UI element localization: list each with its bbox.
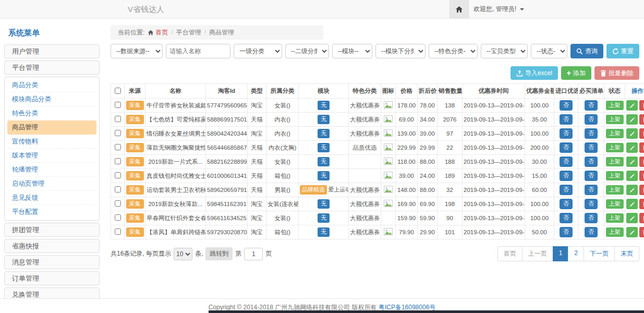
row-checkbox[interactable] <box>115 172 121 178</box>
delete-button[interactable] <box>639 185 644 195</box>
import-select-badge[interactable]: 否 <box>560 227 573 237</box>
row-checkbox[interactable] <box>115 144 121 150</box>
status-badge[interactable]: 上架 <box>606 101 624 110</box>
page-button[interactable]: 2 <box>568 246 584 261</box>
sidebar-subitem[interactable]: 平台配置 <box>7 205 96 219</box>
filter-select[interactable]: --特色分类-- <box>429 44 478 58</box>
delete-button[interactable] <box>639 100 644 111</box>
page-button[interactable]: 下一页 <box>584 246 615 261</box>
user-menu[interactable]: 欢迎您, 管理员! <box>473 0 524 18</box>
must-buy-badge[interactable]: 否 <box>585 100 598 111</box>
import-select-badge[interactable]: 否 <box>560 199 573 209</box>
sidebar-subitem[interactable]: 特色分类 <box>7 106 96 121</box>
status-badge[interactable]: 上架 <box>606 199 624 209</box>
import-excel-button[interactable]: 导入excel <box>511 66 558 80</box>
import-select-badge[interactable]: 否 <box>560 213 573 223</box>
must-buy-badge[interactable]: 否 <box>585 114 598 125</box>
must-buy-badge[interactable]: 否 <box>585 227 598 237</box>
row-checkbox[interactable] <box>115 228 121 235</box>
per-page-select[interactable]: 10 <box>174 248 192 260</box>
delete-button[interactable] <box>639 114 644 125</box>
edit-button[interactable] <box>626 114 638 125</box>
icp-link[interactable]: 粤ICP备16098006号 <box>379 304 435 311</box>
page-button[interactable]: 1 <box>553 246 569 261</box>
delete-button[interactable] <box>639 128 644 139</box>
edit-button[interactable] <box>626 156 638 167</box>
breadcrumb-item[interactable]: 商品管理 <box>209 28 234 37</box>
page-button[interactable]: 首页 <box>497 246 523 261</box>
edit-button[interactable] <box>626 227 638 237</box>
reset-button[interactable]: 重置 <box>606 44 639 58</box>
home-button[interactable] <box>449 0 469 18</box>
select-all-checkbox[interactable] <box>115 88 121 94</box>
must-buy-badge[interactable]: 否 <box>585 213 598 223</box>
edit-button[interactable] <box>626 128 638 139</box>
search-button[interactable]: 查询 <box>570 44 603 58</box>
status-badge[interactable]: 上架 <box>606 157 624 166</box>
delete-button[interactable] <box>639 227 644 237</box>
sidebar-item[interactable]: 平台管理 <box>4 61 100 75</box>
edit-button[interactable] <box>626 199 638 209</box>
row-checkbox[interactable] <box>115 200 121 207</box>
status-badge[interactable]: 上架 <box>606 185 624 195</box>
status-badge[interactable]: 上架 <box>606 129 624 138</box>
delete-button[interactable] <box>639 156 644 167</box>
row-checkbox[interactable] <box>115 214 121 221</box>
edit-button[interactable] <box>626 142 638 153</box>
filter-select[interactable]: --宝贝类型-- <box>481 44 528 58</box>
sidebar-item[interactable]: 拼团管理 <box>4 223 100 237</box>
row-checkbox[interactable] <box>115 130 121 136</box>
delete-button[interactable] <box>639 199 644 209</box>
must-buy-badge[interactable]: 否 <box>585 128 598 139</box>
filter-select[interactable]: --模块下分类-- <box>375 44 426 58</box>
jump-button[interactable]: 跳转到 <box>205 247 233 260</box>
edit-button[interactable] <box>626 100 638 111</box>
must-buy-badge[interactable]: 否 <box>585 171 598 181</box>
edit-button[interactable] <box>626 213 638 223</box>
status-badge[interactable]: 上架 <box>606 143 624 152</box>
sidebar-item[interactable]: 订单管理 <box>4 271 100 285</box>
sidebar-subitem[interactable]: 启动页管理 <box>7 177 96 191</box>
add-button[interactable]: + 添加 <box>561 66 591 80</box>
import-select-badge[interactable]: 否 <box>560 100 573 111</box>
sidebar-item[interactable]: 用户管理 <box>4 44 100 58</box>
row-checkbox[interactable] <box>115 158 121 164</box>
must-buy-badge[interactable]: 否 <box>585 142 598 153</box>
filter-select[interactable]: --二级分类-- <box>285 44 329 58</box>
status-badge[interactable]: 上架 <box>606 213 624 223</box>
page-button[interactable]: 上一页 <box>522 246 553 261</box>
filter-select[interactable]: --模块-- <box>332 44 372 58</box>
row-checkbox[interactable] <box>115 102 121 108</box>
breadcrumb-home-link[interactable]: 首页 <box>148 28 168 37</box>
sidebar-subitem[interactable]: 轮播管理 <box>7 163 96 177</box>
sidebar-subitem[interactable]: 商品管理 <box>7 121 96 135</box>
jump-page-input[interactable] <box>244 248 263 260</box>
filter-select[interactable]: --数据来源-- <box>111 44 163 58</box>
delete-button[interactable] <box>639 213 644 223</box>
delete-button[interactable] <box>639 142 644 153</box>
status-badge[interactable]: 上架 <box>606 115 624 124</box>
row-checkbox[interactable] <box>115 116 121 122</box>
status-badge[interactable]: 上架 <box>606 227 624 237</box>
import-select-badge[interactable]: 否 <box>560 156 573 167</box>
search-input[interactable] <box>166 44 230 58</box>
sidebar-subitem[interactable]: 宣传物料 <box>7 135 96 149</box>
sidebar-subitem[interactable]: 商品分类 <box>7 78 96 92</box>
import-select-badge[interactable]: 否 <box>560 171 573 181</box>
breadcrumb-item[interactable]: 平台管理 <box>176 28 201 37</box>
sidebar-subitem[interactable]: 意见反馈 <box>7 191 96 205</box>
sidebar-subitem[interactable]: 版本管理 <box>7 149 96 163</box>
must-buy-badge[interactable]: 否 <box>585 156 598 167</box>
row-checkbox[interactable] <box>115 186 121 192</box>
batch-delete-button[interactable]: 批量删除 <box>594 66 639 80</box>
filter-select[interactable]: 一级分类 <box>234 44 282 58</box>
status-badge[interactable]: 上架 <box>606 171 624 180</box>
import-select-badge[interactable]: 否 <box>560 114 573 125</box>
delete-button[interactable] <box>639 171 644 181</box>
must-buy-badge[interactable]: 否 <box>585 185 598 195</box>
page-button[interactable]: 末页 <box>614 246 639 261</box>
import-select-badge[interactable]: 否 <box>560 128 573 139</box>
import-select-badge[interactable]: 否 <box>560 142 573 153</box>
edit-button[interactable] <box>626 185 638 195</box>
filter-select[interactable]: --状态-- <box>531 44 567 58</box>
